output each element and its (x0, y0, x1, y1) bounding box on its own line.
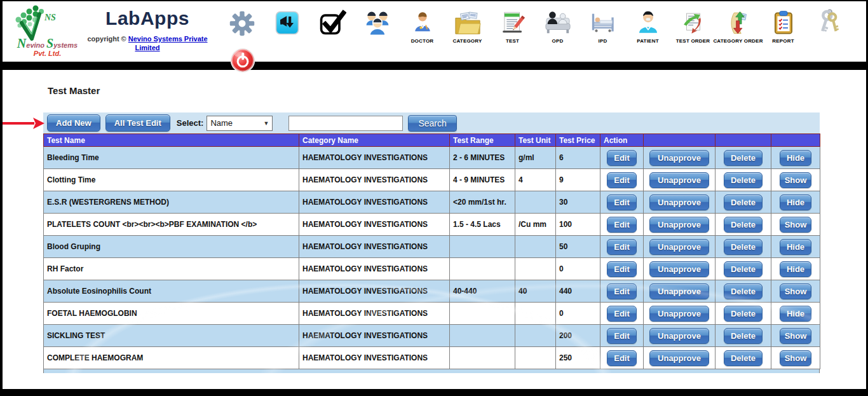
edit-button[interactable]: Edit (607, 261, 637, 277)
all-test-edit-button[interactable]: All Test Edit (105, 114, 170, 132)
table-row: Clotting Time HAEMATOLOGY INVESTIGATIONS… (44, 169, 820, 191)
cell-test-unit (515, 236, 556, 258)
cell-category-name: HAEMATOLOGY INVESTIGATIONS (299, 214, 450, 236)
delete-button[interactable]: Delete (724, 217, 763, 233)
announcement-icon (275, 8, 300, 38)
visibility-toggle-button[interactable]: Show (780, 328, 811, 344)
cell-test-unit (515, 325, 556, 347)
unapprove-button[interactable]: Unapprove (649, 195, 709, 210)
visibility-toggle-button[interactable]: Show (780, 217, 811, 233)
search-button[interactable]: Search (408, 115, 456, 132)
edit-button[interactable]: Edit (607, 195, 637, 210)
visibility-toggle-button[interactable]: Hide (780, 261, 811, 277)
delete-button[interactable]: Delete (724, 239, 763, 255)
unapprove-button[interactable]: Unapprove (649, 283, 709, 299)
visibility-toggle-button[interactable]: Show (780, 283, 811, 299)
cell-test-name: FOETAL HAEMOGLOBIN (44, 303, 299, 325)
unapprove-button[interactable]: Unapprove (649, 350, 709, 366)
edit-button[interactable]: Edit (607, 217, 637, 233)
col-test-unit: Test Unit (515, 134, 556, 147)
nav-test[interactable]: TEST (490, 8, 535, 44)
nav-ipd[interactable]: IPD (580, 8, 625, 44)
cell-test-unit: /Cu mm (515, 214, 556, 236)
cell-category-name: HAEMATOLOGY INVESTIGATIONS (299, 169, 450, 191)
cell-test-range: 4 - 9 MINUTES (450, 169, 515, 191)
table-container: Test Name Category Name Test Range Test … (43, 133, 820, 373)
delete-button[interactable]: Delete (724, 195, 763, 210)
nav-test-order[interactable]: TEST ORDER (670, 8, 715, 44)
cell-test-range: 1.5 - 4.5 Lacs (450, 214, 515, 236)
select-value: Name (210, 118, 233, 128)
delete-button[interactable]: Delete (724, 328, 763, 344)
opd-couch-icon (543, 8, 573, 38)
visibility-toggle-button[interactable]: Show (780, 350, 811, 366)
edit-button[interactable]: Edit (607, 283, 637, 299)
cell-test-unit: 4 (515, 169, 556, 191)
delete-button[interactable]: Delete (724, 261, 763, 277)
unapprove-button[interactable]: Unapprove (649, 328, 709, 344)
table-row: FOETAL HAEMOGLOBIN HAEMATOLOGY INVESTIGA… (44, 303, 820, 325)
delete-button[interactable]: Delete (724, 306, 763, 322)
cell-test-name: COMPLETE HAEMOGRAM (44, 347, 299, 369)
unapprove-button[interactable]: Unapprove (649, 217, 709, 233)
table-row: SICKLING TEST HAEMATOLOGY INVESTIGATIONS… (44, 325, 820, 347)
nav-settings[interactable] (219, 8, 264, 44)
visibility-toggle-button[interactable]: Hide (780, 150, 811, 166)
keys-icon (815, 8, 843, 38)
col-test-price: Test Price (556, 134, 600, 147)
nav-category-order[interactable]: CATEGORY ORDER (715, 8, 761, 44)
visibility-toggle-button[interactable]: Hide (780, 239, 811, 255)
edit-button[interactable]: Edit (607, 328, 637, 344)
cell-test-range (450, 236, 515, 258)
nav-announcements[interactable] (264, 8, 309, 44)
nav-users[interactable] (355, 8, 400, 44)
delete-button[interactable]: Delete (724, 150, 763, 166)
cell-test-range (450, 258, 515, 280)
company-logo[interactable]: NS Nevino Systems Pvt. Ltd. (8, 4, 87, 60)
visibility-toggle-button[interactable]: Hide (780, 195, 811, 210)
edit-button[interactable]: Edit (607, 172, 637, 188)
copyright-link[interactable]: Nevino Systems Private Limited (128, 35, 208, 51)
add-new-button[interactable]: Add New (47, 114, 100, 132)
page-title: Test Master (48, 85, 866, 96)
cell-test-price: 100 (556, 214, 600, 236)
visibility-toggle-button[interactable]: Hide (780, 306, 811, 322)
cell-test-name: Clotting Time (44, 169, 299, 191)
unapprove-button[interactable]: Unapprove (649, 150, 709, 166)
logout-power-button[interactable] (229, 47, 256, 74)
search-input[interactable] (288, 116, 403, 131)
delete-button[interactable]: Delete (724, 172, 763, 188)
unapprove-button[interactable]: Unapprove (649, 172, 709, 188)
edit-button[interactable]: Edit (607, 239, 637, 255)
power-icon (229, 47, 256, 74)
title-block: LabApps copyright © Nevino Systems Priva… (84, 8, 211, 53)
cell-category-name: HAEMATOLOGY INVESTIGATIONS (299, 325, 450, 347)
cell-category-name: HAEMATOLOGY INVESTIGATIONS (299, 147, 450, 169)
table-row: PLATELETS COUNT <br><br><b>PBF EXAMINATI… (44, 214, 820, 236)
nav-keys[interactable] (806, 8, 851, 44)
test-order-icon (680, 8, 707, 38)
nav-report[interactable]: REPORT (761, 8, 806, 44)
delete-button[interactable]: Delete (724, 283, 763, 299)
folder-category-icon (453, 8, 482, 38)
cell-test-price: 200 (556, 325, 600, 347)
nav-doctor[interactable]: DOCTOR (400, 8, 445, 44)
edit-button[interactable]: Edit (607, 150, 637, 166)
visibility-toggle-button[interactable]: Show (780, 172, 811, 188)
unapprove-button[interactable]: Unapprove (649, 239, 709, 255)
cell-test-unit (515, 258, 556, 280)
select-label: Select: (177, 118, 204, 128)
nav-category[interactable]: CATEGORY (445, 8, 490, 44)
cell-test-unit: 40 (515, 280, 556, 303)
edit-button[interactable]: Edit (607, 306, 637, 322)
nav-approve[interactable] (309, 8, 355, 44)
nav-opd[interactable]: OPD (535, 8, 580, 44)
edit-button[interactable]: Edit (607, 350, 637, 366)
unapprove-button[interactable]: Unapprove (649, 261, 709, 277)
cell-test-price: 50 (556, 236, 600, 258)
nav-patient[interactable]: PATIENT (625, 8, 670, 44)
unapprove-button[interactable]: Unapprove (649, 306, 709, 322)
delete-button[interactable]: Delete (724, 350, 763, 366)
cell-test-unit (515, 191, 556, 214)
search-field-select[interactable]: Name ▼ (207, 116, 273, 131)
